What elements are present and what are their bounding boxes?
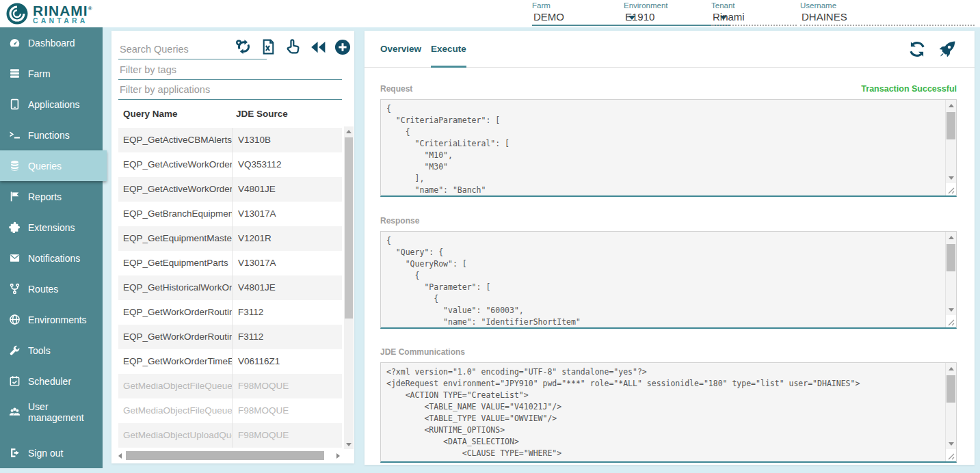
jde-source-cell[interactable]: V1201R (233, 226, 339, 251)
table-row[interactable]: EQP_GetEquipmentPartsV13017A (118, 251, 342, 275)
scrollbar-thumb[interactable] (126, 451, 324, 460)
sidebar-item-scheduler[interactable]: Scheduler (0, 366, 103, 396)
scroll-down-arrow[interactable] (946, 304, 956, 315)
response-scrollbar[interactable] (945, 232, 956, 327)
query-name-cell[interactable]: GetMediaObjectFileQueues (118, 398, 233, 423)
sidebar-item-functions[interactable]: Functions (0, 120, 103, 150)
scroll-down-arrow[interactable] (344, 440, 354, 449)
response-textarea[interactable]: { "Query": { "QueryRow": [ { "Parameter"… (380, 231, 957, 329)
query-name-cell[interactable]: EQP_GetBranchEquipment (118, 202, 233, 226)
scroll-right-arrow[interactable] (333, 453, 343, 459)
sidebar-item-extensions[interactable]: Extensions (0, 212, 103, 243)
jde-source-cell[interactable]: V13017A (233, 202, 339, 226)
sidebar-item-tools[interactable]: Tools (0, 335, 103, 366)
query-name-cell[interactable]: EQP_GetActiveWorkOrders (118, 177, 233, 202)
jde-scrollbar[interactable] (945, 363, 956, 461)
jde-source-cell[interactable]: F98MOQUE (233, 374, 339, 398)
query-name-cell[interactable]: EQP_GetActiveCBMAlerts (118, 128, 233, 152)
column-header-jde-source[interactable]: JDE Source (236, 109, 288, 119)
farm-select[interactable]: Farm DEMO (532, 1, 638, 26)
sidebar-item-sign-out[interactable]: Sign out (0, 437, 103, 468)
query-name-cell[interactable]: EQP_GetEquipmentParts (118, 251, 233, 275)
jde-source-cell[interactable]: VQ353112 (233, 152, 339, 177)
add-icon[interactable] (333, 38, 352, 56)
rewind-icon[interactable] (308, 38, 327, 56)
jde-communications-textarea[interactable]: <?xml version="1.0" encoding="UTF-8" sta… (380, 362, 957, 463)
table-row[interactable]: EQP_GetWorkOrderRoutingF3112 (118, 325, 342, 349)
table-vertical-scrollbar[interactable] (344, 126, 354, 449)
sidebar-item-notifications[interactable]: Notifications (0, 243, 103, 273)
query-name-cell[interactable]: GetMediaObjectFileQueue (118, 374, 233, 398)
sidebar-item-user-management[interactable]: User management (0, 396, 103, 427)
jde-source-cell[interactable]: V4801JE (233, 177, 339, 202)
username-value[interactable]: DHAINES (800, 10, 975, 26)
export-excel-icon[interactable] (259, 38, 278, 56)
sidebar-item-routes[interactable]: Routes (0, 273, 103, 304)
column-header-query-name[interactable]: Query Name (123, 109, 178, 119)
scroll-up-arrow[interactable] (946, 100, 956, 111)
scroll-up-arrow[interactable] (344, 126, 354, 136)
scroll-down-arrow[interactable] (946, 438, 956, 449)
sidebar-item-farm[interactable]: Farm (0, 58, 103, 89)
resize-grip[interactable] (946, 315, 956, 327)
filter-tags-input[interactable] (118, 62, 342, 80)
query-name-cell[interactable]: EQP_GetWorkOrderRouting (118, 325, 233, 349)
username-field[interactable]: Username DHAINES (800, 1, 975, 26)
scrollbar-thumb[interactable] (946, 244, 955, 271)
table-row[interactable]: GetMediaObjectFileQueuesF98MOQUE (118, 398, 342, 423)
jde-source-cell[interactable]: F3112 (233, 325, 339, 349)
tenant-value[interactable]: Rinami (711, 10, 797, 26)
request-scrollbar[interactable] (945, 100, 956, 195)
table-row[interactable]: EQP_GetEquipmentMasterV1201R (118, 226, 342, 251)
launch-rocket-icon[interactable] (938, 40, 957, 59)
jde-source-cell[interactable]: F98MOQUE (233, 423, 339, 448)
table-row[interactable]: EQP_GetActiveWorkOrderRVQ353112 (118, 152, 342, 177)
scroll-down-arrow[interactable] (946, 172, 956, 183)
table-row[interactable]: EQP_GetHistoricalWorkOrcV4801JE (118, 275, 342, 300)
query-name-cell[interactable]: EQP_GetHistoricalWorkOrc (118, 275, 233, 300)
scrollbar-thumb[interactable] (345, 137, 353, 319)
scrollbar-thumb[interactable] (946, 375, 955, 403)
scroll-up-arrow[interactable] (946, 232, 956, 243)
sidebar-item-label: Functions (28, 130, 70, 141)
sidebar-item-environments[interactable]: Environments (0, 304, 103, 335)
jde-source-cell[interactable]: V1310B (233, 128, 339, 152)
sidebar-item-dashboard[interactable]: Dashboard (0, 27, 103, 58)
jde-source-cell[interactable]: V06116Z1 (233, 349, 339, 374)
table-row[interactable]: GetMediaObjectFileQueueF98MOQUE (118, 374, 342, 398)
resize-grip[interactable] (946, 183, 956, 195)
sidebar-item-applications[interactable]: Applications (0, 89, 103, 120)
filter-applications-input[interactable] (118, 82, 342, 100)
sync-icon[interactable] (235, 38, 253, 56)
tenant-field[interactable]: Tenant Rinami (711, 1, 797, 26)
tab-overview[interactable]: Overview (380, 31, 421, 68)
sidebar-item-queries[interactable]: Queries (0, 150, 107, 181)
query-name-cell[interactable]: EQP_GetActiveWorkOrderR (118, 152, 233, 177)
query-name-cell[interactable]: EQP_GetWorkOrderTimeEn (118, 349, 233, 374)
resize-grip[interactable] (946, 449, 956, 461)
table-horizontal-scrollbar[interactable] (115, 450, 343, 461)
table-row[interactable]: EQP_GetWorkOrderRoutingF3112 (118, 300, 342, 325)
query-name-cell[interactable]: EQP_GetWorkOrderRouting (118, 300, 233, 325)
jde-source-cell[interactable]: F3112 (233, 300, 339, 325)
scroll-up-arrow[interactable] (946, 363, 956, 374)
touch-pointer-icon[interactable] (284, 38, 302, 56)
table-row[interactable]: GetMediaObjectUploadQueF98MOQUE (118, 423, 342, 448)
table-row[interactable]: EQP_GetActiveCBMAlertsV1310B (118, 128, 342, 152)
jde-source-cell[interactable]: F98MOQUE (233, 398, 339, 423)
scroll-left-arrow[interactable] (115, 453, 124, 459)
query-name-cell[interactable]: EQP_GetEquipmentMaster (118, 226, 233, 251)
table-row[interactable]: EQP_GetActiveWorkOrdersV4801JE (118, 177, 342, 202)
refresh-icon[interactable] (908, 40, 927, 59)
table-row[interactable]: EQP_GetWorkOrderTimeEnV06116Z1 (118, 349, 342, 374)
sidebar-item-reports[interactable]: Reports (0, 181, 103, 212)
jde-source-cell[interactable]: V13017A (233, 251, 339, 275)
table-row[interactable]: EQP_GetBranchEquipmentV13017A (118, 202, 342, 226)
query-name-cell[interactable]: GetMediaObjectUploadQue (118, 423, 233, 448)
jde-source-cell[interactable]: V4801JE (233, 275, 339, 300)
envelope-icon (9, 252, 21, 264)
scrollbar-thumb[interactable] (946, 112, 955, 139)
route-fork-icon (9, 283, 21, 295)
tab-execute[interactable]: Execute (431, 31, 466, 68)
request-textarea[interactable]: { "CriteriaParameter": [ { "CriteriaLite… (380, 99, 957, 197)
